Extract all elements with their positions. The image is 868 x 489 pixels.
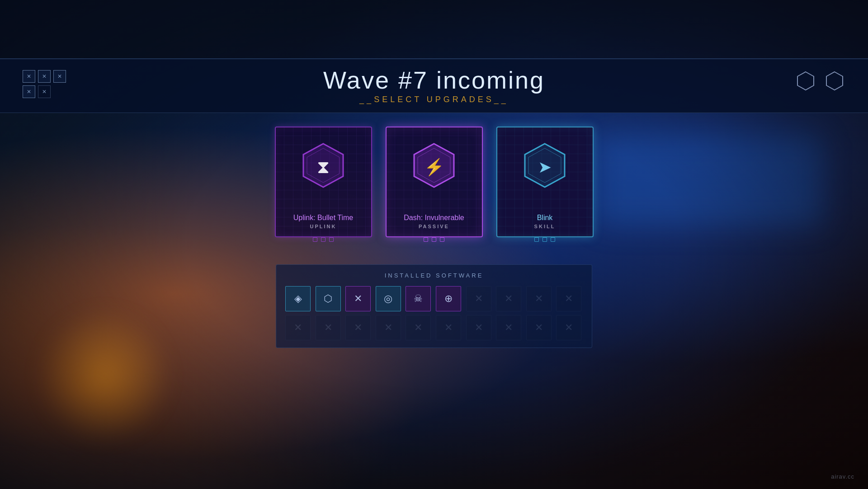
run-icon: ⚡ xyxy=(424,158,444,177)
empty-icon-14: ✕ xyxy=(384,322,392,334)
software-slot-2[interactable]: ⬡ xyxy=(316,286,341,311)
slash-icon: ✕ xyxy=(354,293,362,305)
card-name-2: Dash: Invulnerable xyxy=(404,213,464,222)
software-slot-14[interactable]: ✕ xyxy=(376,315,401,340)
upgrade-card-2[interactable]: ⚡ Dash: Invulnerable PASSIVE xyxy=(386,127,483,237)
empty-icon-17: ✕ xyxy=(475,322,483,334)
life-icon-3: ✕ xyxy=(53,70,66,83)
main-content: ⧗ Uplink: Bullet Time UPLINK ⚡ Dash: Inv… xyxy=(0,113,868,489)
software-slot-18[interactable]: ✕ xyxy=(496,315,521,340)
life-icon-2: ✕ xyxy=(38,70,51,83)
card-connector-1 xyxy=(313,237,334,242)
upgrade-cards-container: ⧗ Uplink: Bullet Time UPLINK ⚡ Dash: Inv… xyxy=(275,127,594,237)
card-name-3: Blink xyxy=(537,213,553,222)
empty-icon-15: ✕ xyxy=(414,322,422,334)
software-slot-6[interactable]: ⊕ xyxy=(436,286,461,311)
software-slot-7[interactable]: ✕ xyxy=(466,286,491,311)
software-slot-10[interactable]: ✕ xyxy=(556,286,581,311)
connector-dot-1b xyxy=(321,237,326,242)
software-slot-11[interactable]: ✕ xyxy=(285,315,311,340)
card-type-3: SKILL xyxy=(534,224,556,229)
watermark: airav.cc xyxy=(831,473,854,480)
life-icons: ✕ ✕ ✕ ✕ ✕ xyxy=(23,70,66,98)
empty-icon-10: ✕ xyxy=(565,293,573,305)
software-slot-20[interactable]: ✕ xyxy=(556,315,581,340)
empty-icon-11: ✕ xyxy=(294,322,302,334)
software-slot-8[interactable]: ✕ xyxy=(496,286,521,311)
connector-dot-3b xyxy=(542,237,547,242)
svg-marker-0 xyxy=(797,72,814,90)
software-slot-19[interactable]: ✕ xyxy=(526,315,552,340)
connector-dot-2b xyxy=(432,237,436,242)
empty-icon-8: ✕ xyxy=(505,293,513,305)
software-grid: ◈ ⬡ ✕ ◎ ☠ ⊕ ✕ ✕ ✕ xyxy=(285,286,583,340)
top-right-icons xyxy=(795,70,845,92)
card-hex-icon-1: ⧗ xyxy=(296,140,350,194)
installed-label: INSTALLED SOFTWARE xyxy=(285,272,583,279)
life-icon-1: ✕ xyxy=(23,70,35,83)
empty-icon-18: ✕ xyxy=(505,322,513,334)
wave-title: Wave #7 incoming xyxy=(323,68,545,92)
software-slot-4[interactable]: ◎ xyxy=(376,286,401,311)
software-slot-3[interactable]: ✕ xyxy=(345,286,371,311)
empty-icon-19: ✕ xyxy=(535,322,543,334)
connector-dot-3a xyxy=(534,237,539,242)
hex-icon-2 xyxy=(824,70,845,92)
software-slot-9[interactable]: ✕ xyxy=(526,286,552,311)
software-slot-15[interactable]: ✕ xyxy=(406,315,431,340)
card-hex-icon-3: ➤ xyxy=(518,140,572,194)
header-bar: Wave #7 incoming __SELECT UPGRADES__ xyxy=(0,59,868,113)
card-type-1: UPLINK xyxy=(310,224,337,229)
software-slot-13[interactable]: ✕ xyxy=(345,315,371,340)
brain-icon: ◈ xyxy=(294,293,302,305)
empty-icon-13: ✕ xyxy=(354,322,362,334)
software-slot-1[interactable]: ◈ xyxy=(285,286,311,311)
target-icon: ◎ xyxy=(384,293,392,305)
installed-software-panel: INSTALLED SOFTWARE ◈ ⬡ ✕ ◎ ☠ ⊕ ✕ xyxy=(276,264,592,348)
svg-marker-1 xyxy=(826,72,843,90)
software-slot-12[interactable]: ✕ xyxy=(316,315,341,340)
software-slot-16[interactable]: ✕ xyxy=(436,315,461,340)
empty-icon-7: ✕ xyxy=(475,293,483,305)
connector-dot-3c xyxy=(551,237,555,242)
connector-dot-1a xyxy=(313,237,317,242)
upgrade-card-1[interactable]: ⧗ Uplink: Bullet Time UPLINK xyxy=(275,127,372,237)
software-slot-5[interactable]: ☠ xyxy=(406,286,431,311)
card-name-1: Uplink: Bullet Time xyxy=(293,213,354,222)
empty-icon-20: ✕ xyxy=(565,322,573,334)
hex-icon-1 xyxy=(795,70,816,92)
connector-dot-1c xyxy=(329,237,334,242)
card-type-2: PASSIVE xyxy=(419,224,449,229)
blink-icon: ➤ xyxy=(538,158,552,177)
software-slot-17[interactable]: ✕ xyxy=(466,315,491,340)
empty-icon-9: ✕ xyxy=(535,293,543,305)
top-strip xyxy=(0,0,868,59)
life-icon-6-empty xyxy=(53,85,66,98)
select-upgrades-label: __SELECT UPGRADES__ xyxy=(359,95,509,104)
life-icon-5: ✕ xyxy=(38,85,51,98)
card-connector-3 xyxy=(534,237,555,242)
hourglass-icon: ⧗ xyxy=(317,157,330,178)
life-icon-4: ✕ xyxy=(23,85,35,98)
card-hex-icon-2: ⚡ xyxy=(407,140,461,194)
card-connector-2 xyxy=(424,237,444,242)
skull-icon: ☠ xyxy=(414,293,423,305)
upgrade-card-3[interactable]: ➤ Blink SKILL xyxy=(496,127,594,237)
connector-dot-2c xyxy=(440,237,444,242)
connector-dot-2a xyxy=(424,237,428,242)
layers-icon: ⬡ xyxy=(324,293,332,305)
empty-icon-16: ✕ xyxy=(444,322,453,334)
empty-icon-12: ✕ xyxy=(324,322,332,334)
globe-icon: ⊕ xyxy=(444,293,453,305)
